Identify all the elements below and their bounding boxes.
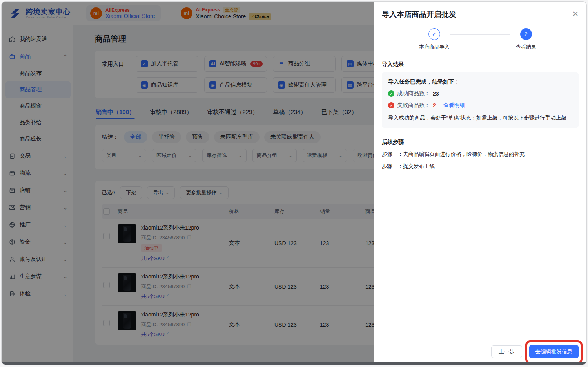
- success-label: 成功商品数：: [397, 90, 430, 97]
- edit-wholesale-info-button[interactable]: 去编辑批发信息: [529, 345, 579, 358]
- result-summary: 导入任务已完成，结果如下：: [388, 78, 572, 85]
- stepper: ✓ 本店商品导入 2 查看结果: [382, 28, 579, 51]
- app-window: 跨境卖家中心 Cross-border Seller Center mi Ali…: [2, 2, 586, 365]
- step-import: ✓ 本店商品导入: [408, 28, 460, 51]
- next-step-1: 步骤一：去商品编辑页面进行价格，阶梯价，物流信息的补充: [382, 151, 579, 158]
- drawer-title: 导入本店商品开启批发: [382, 9, 456, 20]
- window-bottom-edge: [2, 362, 586, 365]
- step-done-check-icon: ✓: [428, 28, 440, 40]
- step-view-result: 2 查看结果: [500, 28, 552, 51]
- close-icon[interactable]: ✕: [572, 10, 579, 18]
- next-step-2: 步骤二：提交发布上线: [382, 163, 579, 170]
- result-note: 导入成功的商品，会处于“草稿”状态；如需上架，可按以下步骤进行手动上架: [388, 114, 572, 121]
- fail-icon: ✕: [388, 102, 394, 108]
- fail-label: 失败商品数：: [397, 102, 430, 109]
- result-heading: 导入结果: [382, 61, 579, 68]
- next-steps-heading: 后续步骤: [382, 139, 579, 146]
- success-icon: ✓: [388, 90, 394, 97]
- view-detail-link[interactable]: 查看明细: [443, 102, 465, 109]
- fail-count: 2: [433, 102, 436, 108]
- success-count: 23: [433, 90, 439, 97]
- previous-step-button[interactable]: 上一步: [491, 345, 522, 358]
- step-number: 2: [520, 28, 532, 40]
- screenshot-frame: 跨境卖家中心 Cross-border Seller Center mi Ali…: [0, 0, 588, 367]
- result-card: 导入任务已完成，结果如下： ✓ 成功商品数： 23 ✕ 失败商品数： 2 查看明…: [382, 72, 579, 128]
- import-result-drawer: 导入本店商品开启批发 ✕ ✓ 本店商品导入 2 查看结果 导入结果 导入任务已完…: [374, 2, 586, 365]
